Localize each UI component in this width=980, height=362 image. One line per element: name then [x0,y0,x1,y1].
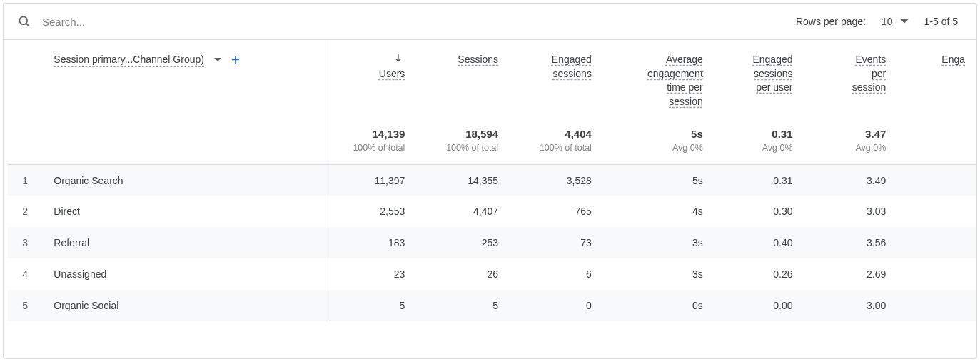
metric-cell: 4s [603,196,714,227]
totals-cell [897,116,976,164]
metric-cell: 765 [510,196,603,227]
totals-cell: 3.47Avg 0% [804,116,898,164]
analytics-table-card: Rows per page: 10 1-5 of 5 Session prima… [3,3,977,359]
totals-cell: 18,594100% of total [416,116,510,164]
totals-cell: 14,139100% of total [330,116,417,164]
column-header[interactable]: Engagedsessions [510,40,603,116]
column-header[interactable]: Sessions [416,40,510,116]
metric-cell: 0.26 [714,258,804,290]
metric-cell: 26 [416,258,510,290]
column-header[interactable]: Averageengagementtime persession [603,40,714,116]
metric-cell [897,196,976,227]
metric-cell: 3s [603,227,714,258]
row-dimension[interactable]: Referral [46,227,330,258]
search-input[interactable] [42,16,796,28]
metric-cell: 0.00 [714,290,804,321]
metric-cell: 0.40 [714,227,804,258]
row-index: 2 [8,196,46,227]
data-table: Session primary...Channel Group) + Users… [8,40,976,321]
row-index: 1 [8,164,46,196]
metric-cell: 5 [416,290,510,321]
metric-cell: 2,553 [330,196,417,227]
row-index: 3 [8,227,46,258]
table-row[interactable]: 4Unassigned232663s0.262.69 [8,258,976,290]
row-dimension[interactable]: Direct [46,196,330,227]
table-row[interactable]: 5Organic Social5500s0.003.00 [8,290,976,321]
metric-cell: 5s [603,164,714,196]
metric-cell: 73 [510,227,603,258]
metric-cell: 11,397 [330,164,417,196]
metric-cell: 23 [330,258,417,290]
metric-cell [897,290,976,321]
metric-cell: 4,407 [416,196,510,227]
metric-cell [897,164,976,196]
metric-cell: 3.49 [804,164,898,196]
column-header[interactable]: Engagedsessionsper user [714,40,804,116]
metric-cell: 3s [603,258,714,290]
row-index: 4 [8,258,46,290]
sort-descending-icon [330,53,403,67]
row-index: 5 [8,290,46,321]
row-dimension[interactable]: Organic Search [46,164,330,196]
rows-per-page-label: Rows per page: [796,16,866,27]
row-dimension[interactable]: Organic Social [46,290,330,321]
column-header[interactable]: Enga [897,40,976,116]
dimension-selector[interactable]: Session primary...Channel Group) [54,54,204,67]
rows-per-page-select[interactable]: 10 [882,16,909,27]
metric-cell: 3,528 [510,164,603,196]
table-row[interactable]: 3Referral183253733s0.403.56 [8,227,976,258]
metric-cell: 2.69 [804,258,898,290]
rows-per-page-value: 10 [882,16,893,27]
table-row[interactable]: 2Direct2,5534,4077654s0.303.03 [8,196,976,227]
totals-cell: 0.31Avg 0% [714,116,804,164]
metric-cell: 5 [330,290,417,321]
pagination-info: 1-5 of 5 [924,16,958,27]
table-toolbar: Rows per page: 10 1-5 of 5 [4,4,976,39]
chevron-down-icon[interactable] [214,56,221,64]
chevron-down-icon [900,17,909,26]
svg-point-0 [19,16,27,24]
metric-cell: 0s [603,290,714,321]
metric-cell: 0 [510,290,603,321]
metric-cell: 3.56 [804,227,898,258]
svg-line-1 [26,24,29,26]
add-dimension-button[interactable]: + [231,53,240,67]
metric-cell: 6 [510,258,603,290]
metric-cell: 14,355 [416,164,510,196]
table-header-row: Session primary...Channel Group) + Users… [8,40,976,116]
totals-row: 14,139100% of total18,594100% of total4,… [8,116,976,164]
table-wrap: Session primary...Channel Group) + Users… [4,39,976,358]
metric-cell: 253 [416,227,510,258]
metric-cell: 3.00 [804,290,898,321]
column-header[interactable]: Eventspersession [804,40,898,116]
metric-cell: 0.31 [714,164,804,196]
totals-cell: 4,404100% of total [510,116,603,164]
metric-cell: 3.03 [804,196,898,227]
totals-cell: 5sAvg 0% [603,116,714,164]
table-row[interactable]: 1Organic Search11,39714,3553,5285s0.313.… [8,164,976,196]
metric-cell: 183 [330,227,417,258]
column-header[interactable]: Users [330,40,417,116]
metric-cell: 0.30 [714,196,804,227]
metric-cell [897,227,976,258]
row-dimension[interactable]: Unassigned [46,258,330,290]
metric-cell [897,258,976,290]
search-icon [16,14,32,29]
